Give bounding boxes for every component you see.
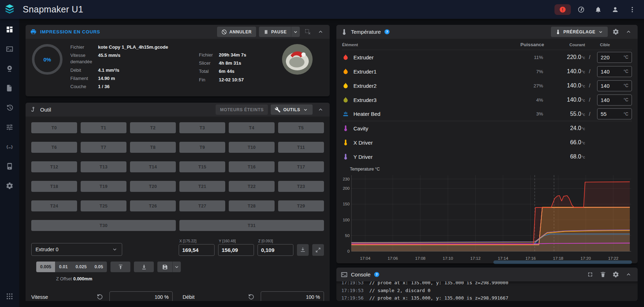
tool-button-t8[interactable]: T8 xyxy=(130,142,176,153)
temperature-chart[interactable]: 05010015020023017:0417:0617:0817:1017:12… xyxy=(341,172,633,262)
coord-value[interactable]: 156,09 xyxy=(218,244,254,256)
tool-button-t12[interactable]: T12 xyxy=(31,161,77,172)
tool-button-t29[interactable]: T29 xyxy=(278,200,324,211)
target-value[interactable] xyxy=(601,54,624,60)
target-value[interactable] xyxy=(601,111,624,117)
tool-button-t6[interactable]: T6 xyxy=(31,142,77,153)
sidebar-item-gcode-files[interactable] xyxy=(2,80,17,96)
collapse-console-panel-button[interactable] xyxy=(623,270,633,280)
tool-button-t4[interactable]: T4 xyxy=(229,122,275,133)
tool-button-t28[interactable]: T28 xyxy=(229,200,275,211)
sensor-name[interactable]: Cavity xyxy=(353,125,520,131)
target-input-extruder3[interactable]: °C xyxy=(597,95,632,106)
target-input-heater-bed[interactable]: °C xyxy=(597,108,632,119)
snapmaker-logo[interactable] xyxy=(0,4,19,15)
tool-button-t30[interactable]: T30 xyxy=(31,220,176,231)
flow-reset-button[interactable] xyxy=(246,292,256,301)
sidebar-item-apps[interactable] xyxy=(2,289,17,304)
coord-value[interactable]: 169,54 xyxy=(179,244,215,256)
sensor-name[interactable]: Extruder xyxy=(353,54,520,60)
tool-button-t7[interactable]: T7 xyxy=(81,142,126,153)
z-step-button-0-005[interactable]: 0.005 xyxy=(36,262,55,272)
tool-button-t0[interactable]: T0 xyxy=(31,122,77,133)
emergency-stop-button[interactable] xyxy=(554,4,571,15)
exclude-object-button[interactable] xyxy=(303,27,313,37)
sensor-name[interactable]: Y Driver xyxy=(353,154,520,160)
tool-button-t11[interactable]: T11 xyxy=(278,142,324,153)
tool-button-t17[interactable]: T17 xyxy=(278,161,324,172)
tool-button-t9[interactable]: T9 xyxy=(179,142,225,153)
cancel-print-button[interactable]: ANNULER xyxy=(217,27,256,37)
menu-button[interactable] xyxy=(626,3,639,16)
target-value[interactable] xyxy=(601,83,624,89)
notifications-button[interactable] xyxy=(591,3,605,16)
z-step-button-0-025[interactable]: 0.025 xyxy=(72,262,91,272)
sidebar-item-dashboard[interactable] xyxy=(2,22,17,37)
tool-button-t14[interactable]: T14 xyxy=(130,161,176,172)
target-value[interactable] xyxy=(601,97,624,103)
tool-button-t16[interactable]: T16 xyxy=(229,161,275,172)
save-zoffset-button[interactable] xyxy=(157,262,172,272)
preset-button[interactable]: PRÉRÉGLAGE xyxy=(551,27,608,37)
target-value[interactable] xyxy=(601,69,624,75)
console-clear-button[interactable] xyxy=(598,270,608,280)
pause-options-button[interactable] xyxy=(291,27,300,37)
tool-button-t13[interactable]: T13 xyxy=(81,161,126,172)
collapse-tool-panel-button[interactable] xyxy=(315,105,325,115)
tool-button-t18[interactable]: T18 xyxy=(31,181,77,192)
sidebar-item-tuning[interactable] xyxy=(2,119,17,135)
tools-menu-button[interactable]: OUTILS xyxy=(271,104,313,115)
tool-button-t22[interactable]: T22 xyxy=(229,181,275,192)
sidebar-item-history[interactable] xyxy=(2,100,17,115)
diagnostics-button[interactable] xyxy=(574,3,588,16)
temperature-settings-button[interactable] xyxy=(611,27,621,37)
motors-off-button[interactable]: MOTEURS ÉTEINTS xyxy=(216,104,268,115)
sensor-name[interactable]: Extruder3 xyxy=(353,97,520,103)
z-step-button-0-01[interactable]: 0.01 xyxy=(55,262,71,272)
flow-value[interactable]: 100 % xyxy=(261,291,324,301)
tool-button-t19[interactable]: T19 xyxy=(81,181,126,192)
z-probe-button[interactable] xyxy=(297,244,309,256)
sensor-name[interactable]: Extruder2 xyxy=(353,83,520,89)
sidebar-item-settings[interactable] xyxy=(2,178,17,194)
z-step-button-0-05[interactable]: 0.05 xyxy=(91,262,107,272)
tool-button-t25[interactable]: T25 xyxy=(81,200,126,211)
tool-button-t26[interactable]: T26 xyxy=(130,200,176,211)
sensor-name[interactable]: Extruder1 xyxy=(353,69,520,75)
target-input-extruder[interactable]: °C xyxy=(597,52,632,63)
sidebar-item-webcam[interactable] xyxy=(2,61,17,76)
save-zoffset-options-button[interactable] xyxy=(172,262,181,272)
tool-button-t20[interactable]: T20 xyxy=(130,181,176,192)
tool-button-t21[interactable]: T21 xyxy=(179,181,225,192)
tool-button-t27[interactable]: T27 xyxy=(179,200,225,211)
help-icon[interactable]: ? xyxy=(374,271,380,278)
tool-button-t23[interactable]: T23 xyxy=(278,181,324,192)
help-icon[interactable]: ? xyxy=(384,29,390,35)
collapse-print-panel-button[interactable] xyxy=(315,27,325,37)
target-input-extruder2[interactable]: °C xyxy=(597,80,632,91)
tool-button-t5[interactable]: T5 xyxy=(278,122,324,133)
target-input-extruder1[interactable]: °C xyxy=(597,66,632,77)
extruder-select[interactable]: Extruder 0 xyxy=(31,243,122,256)
chart-scrollbar[interactable] xyxy=(493,260,632,264)
tool-button-t10[interactable]: T10 xyxy=(229,142,275,153)
tool-button-t24[interactable]: T24 xyxy=(31,200,77,211)
speed-value[interactable]: 100 % xyxy=(109,291,173,301)
sidebar-item-console[interactable] xyxy=(2,41,17,57)
expand-move-button[interactable] xyxy=(312,244,324,256)
sensor-name[interactable]: Heater Bed xyxy=(353,111,520,117)
pause-print-button[interactable]: PAUSE xyxy=(259,27,291,37)
collapse-temperature-panel-button[interactable] xyxy=(623,27,633,37)
tool-button-t1[interactable]: T1 xyxy=(81,122,126,133)
console-settings-button[interactable] xyxy=(611,270,621,280)
console-log[interactable]: 17:19:53// probe at x: 135.000, y: 135.0… xyxy=(336,281,638,301)
speed-reset-button[interactable] xyxy=(94,292,104,301)
user-button[interactable] xyxy=(608,3,622,16)
coord-value[interactable]: 0,109 xyxy=(258,244,293,256)
console-fullscreen-button[interactable] xyxy=(585,270,595,280)
sidebar-item-machine[interactable] xyxy=(2,158,17,174)
tool-button-t2[interactable]: T2 xyxy=(130,122,176,133)
z-up-button[interactable] xyxy=(110,262,130,272)
sidebar-item-macros[interactable]: {…} xyxy=(2,139,17,155)
z-down-button[interactable] xyxy=(134,262,154,272)
